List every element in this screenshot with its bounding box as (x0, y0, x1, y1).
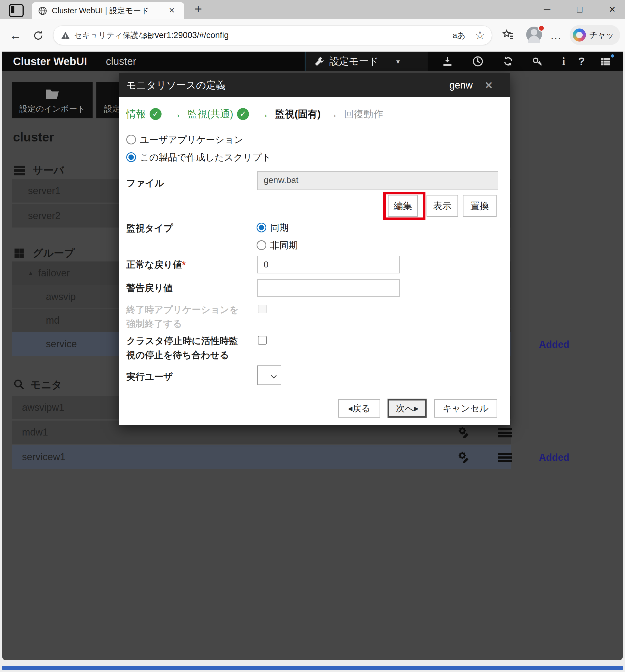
wait-stop-label-line2: 視の停止を待ち合わせる (126, 349, 229, 361)
folder-icon (45, 87, 60, 101)
radio-selected-icon[interactable] (257, 223, 266, 233)
browser-tab[interactable]: Cluster WebUI | 設定モード × (32, 2, 184, 19)
back-button[interactable]: ← (9, 19, 22, 52)
browser-toolbar: ← セキュリティ保護なし server1:29003/#/config aあ ☆… (0, 19, 625, 52)
next-step-button[interactable]: 次へ▶ (388, 399, 427, 417)
app-brand: Cluster WebUI (13, 52, 87, 71)
monitor-type-label: 監視タイプ (126, 222, 173, 235)
window-accent-bar (2, 666, 623, 670)
browser-window: Cluster WebUI | 設定モード × + ─ □ × ← セキュリティ… (0, 0, 625, 672)
required-asterisk: * (182, 259, 186, 270)
resource-name: service (46, 332, 77, 356)
copilot-chat-button[interactable]: チャット (570, 25, 620, 45)
servers-icon (13, 165, 26, 176)
monitor-name: mdw1 (22, 421, 48, 444)
cancel-button[interactable]: キャンセル (434, 399, 497, 417)
more-menu-icon[interactable]: … (550, 19, 561, 52)
window-minimize-button[interactable]: ─ (537, 2, 557, 17)
profile-notification-dot (538, 25, 545, 31)
dialog-resource-name: genw (449, 73, 473, 97)
monitors-search-icon (13, 379, 25, 390)
resource-name: md (46, 309, 59, 332)
favorite-star-icon[interactable]: ☆ (475, 26, 485, 45)
next-triangle-icon: ▶ (414, 405, 419, 412)
warning-return-input[interactable] (257, 279, 400, 297)
normal-return-input[interactable]: 0 (257, 256, 400, 273)
help-icon[interactable]: ? (576, 52, 587, 71)
radio-unselected-icon[interactable] (257, 240, 266, 250)
app-cluster-name: cluster (106, 52, 136, 71)
wait-stop-label-line1: クラスタ停止時に活性時監 (126, 335, 238, 347)
favorites-list-icon[interactable] (502, 29, 515, 42)
exec-user-select[interactable] (257, 365, 281, 385)
option-sync[interactable]: 同期 (257, 221, 289, 234)
info-icon[interactable]: i (558, 52, 570, 71)
menu-icon[interactable] (498, 428, 512, 437)
refresh-icon[interactable] (502, 55, 514, 67)
notification-dot (611, 54, 614, 57)
mode-caret-icon: ▼ (395, 52, 401, 71)
tab-close-icon[interactable]: × (169, 2, 174, 19)
tab-activity-icon[interactable] (9, 4, 24, 17)
wait-stop-checkbox[interactable] (258, 336, 267, 344)
url-text[interactable]: server1:29003/#/config (143, 26, 229, 45)
export-download-icon[interactable] (441, 55, 453, 67)
collapse-icon[interactable]: ▲ (27, 262, 34, 285)
mode-label: 設定モード (329, 52, 379, 71)
back-triangle-icon: ◀ (348, 405, 353, 412)
license-key-icon[interactable] (532, 55, 544, 67)
monitor-name: awsvipw1 (22, 396, 64, 419)
copilot-icon (573, 28, 586, 42)
step-monitor-common[interactable]: 監視(共通) (188, 108, 233, 119)
server-name: server2 (28, 204, 61, 227)
edit-settings-icon[interactable] (457, 426, 470, 438)
kill-app-label-line1: 終了時アプリケーションを (126, 304, 239, 316)
history-clock-icon[interactable] (472, 55, 484, 67)
import-config-label: 設定のインポート (12, 103, 93, 115)
annotation-highlight-box (383, 192, 426, 220)
operation-list-icon[interactable] (598, 55, 612, 67)
option-product-script[interactable]: この製品で作成したスクリプト (126, 151, 271, 164)
step-recovery: 回復動作 (344, 108, 383, 119)
view-button[interactable]: 表示 (427, 195, 458, 217)
server-name: server1 (28, 179, 61, 202)
radio-unselected-icon[interactable] (126, 135, 136, 144)
back-step-button[interactable]: ◀戻る (338, 399, 380, 417)
option-user-application[interactable]: ユーザアプリケーション (126, 134, 243, 146)
copilot-chat-label: チャット (589, 25, 620, 45)
status-added-service: Added (539, 339, 569, 350)
monitor-name: servicew1 (22, 445, 66, 469)
monitor-row-servicew1[interactable]: servicew1 (12, 445, 511, 469)
security-label: セキュリティ保護なし (74, 26, 154, 45)
replace-button[interactable]: 置換 (463, 195, 497, 217)
group-name: failover (38, 262, 70, 285)
servers-section-label: サーバ (32, 164, 64, 177)
status-added-servicew1: Added (539, 452, 569, 463)
mode-menu[interactable]: 設定モード ▼ (305, 52, 428, 71)
monitor-resource-dialog: モニタリソースの定義 genw × 情報✓→監視(共通)✓→監視(固有)→回復動… (119, 73, 510, 425)
address-bar[interactable]: セキュリティ保護なし server1:29003/#/config aあ ☆ (53, 26, 492, 45)
wrench-icon (314, 56, 325, 67)
step-done-icon: ✓ (237, 108, 249, 120)
step-info[interactable]: 情報 (126, 108, 146, 119)
dialog-close-icon[interactable]: × (485, 73, 492, 97)
new-tab-button[interactable]: + (190, 0, 206, 18)
reload-button[interactable] (32, 29, 45, 42)
window-maximize-button[interactable]: □ (570, 2, 589, 17)
wizard-steps: 情報✓→監視(共通)✓→監視(固有)→回復動作 (126, 105, 383, 122)
radio-selected-icon[interactable] (126, 152, 136, 162)
warning-return-label: 警告戻り値 (126, 282, 173, 294)
kill-app-label-line2: 強制終了する (126, 318, 182, 330)
step-arrow-icon: → (327, 107, 338, 120)
security-warning-icon (61, 31, 70, 41)
groups-icon (13, 247, 25, 259)
menu-icon[interactable] (498, 453, 512, 462)
import-config-button[interactable]: 設定のインポート (12, 82, 93, 118)
step-arrow-icon: → (258, 107, 269, 120)
tab-title: Cluster WebUI | 設定モード (52, 2, 149, 19)
edit-settings-icon[interactable] (457, 451, 470, 463)
window-close-button[interactable]: × (603, 2, 622, 17)
exec-user-label: 実行ユーザ (126, 370, 173, 383)
option-async[interactable]: 非同期 (257, 239, 298, 252)
reader-mode-icon[interactable]: aあ (453, 26, 465, 45)
